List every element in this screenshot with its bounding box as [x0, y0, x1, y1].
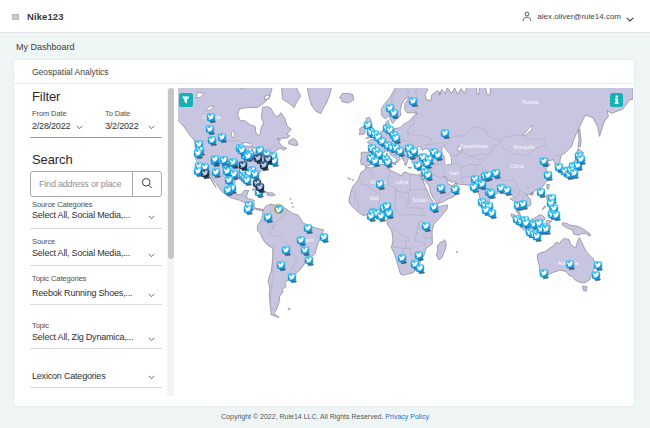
map-filter-button[interactable]	[179, 93, 193, 107]
card-header: Geospatial Analytics	[14, 60, 634, 84]
map-info-button[interactable]	[610, 93, 624, 107]
tweet-marker[interactable]	[223, 186, 232, 196]
tweet-marker[interactable]	[376, 212, 385, 222]
select-divider	[30, 265, 162, 266]
select-chevron-icon[interactable]	[148, 293, 156, 298]
tweet-marker[interactable]	[415, 264, 424, 274]
tweet-marker[interactable]	[502, 186, 511, 196]
country-label: Mongolia	[513, 144, 535, 150]
select-label: Topic Categories	[32, 274, 86, 283]
select-divider	[30, 228, 162, 229]
tweet-marker[interactable]	[370, 157, 379, 167]
country-label: Iran	[449, 170, 458, 176]
search-box[interactable]	[30, 171, 162, 197]
select-divider	[30, 304, 162, 305]
tweet-marker[interactable]	[487, 209, 496, 219]
filter-scrollbar[interactable]	[167, 88, 174, 396]
copyright-text: Copyright © 2022, Rule14 LLC, All Rights…	[221, 413, 383, 420]
user-email: alex.oliver@rule14.com	[537, 12, 621, 21]
select-value[interactable]: Select All, Social Media,...	[32, 210, 130, 220]
scrollbar-thumb[interactable]	[168, 88, 174, 259]
to-date-label: To Date	[105, 109, 130, 118]
tweet-marker[interactable]	[539, 269, 548, 279]
country-label: Libya	[395, 179, 408, 185]
filter-heading: Filter	[32, 89, 60, 104]
lexicon-chevron-icon[interactable]	[148, 375, 156, 380]
top-bar: Nike123 alex.oliver@rule14.com	[0, 0, 650, 33]
select-value[interactable]: Select All, Zig Dynamica,...	[32, 332, 133, 342]
select-chevron-icon[interactable]	[148, 215, 156, 220]
user-chevron-down-icon	[626, 8, 634, 26]
geospatial-dashboard: Nike123 alex.oliver@rule14.com My Dashbo…	[0, 0, 650, 428]
tweet-marker[interactable]	[593, 261, 602, 271]
tweet-marker[interactable]	[287, 273, 296, 283]
search-input[interactable]	[39, 173, 133, 195]
country-label: China	[510, 163, 524, 169]
tweet-marker[interactable]	[422, 159, 431, 169]
to-date-select[interactable]: 3/2/2022	[105, 121, 138, 131]
country-label: Kazakhstan	[460, 143, 488, 149]
footer: Copyright © 2022, Rule14 LLC, All Rights…	[0, 406, 650, 428]
tweet-marker[interactable]	[536, 188, 545, 198]
country-label: Russia	[521, 99, 537, 105]
select-label: Source	[32, 237, 55, 246]
country-label: Sudan	[412, 197, 427, 203]
filter-panel: Filter From Date To Date 2/28/2022 3/2/2…	[14, 85, 177, 405]
privacy-policy-link[interactable]: Privacy Policy	[385, 413, 429, 420]
tweet-marker[interactable]	[591, 271, 600, 281]
tweet-marker[interactable]	[551, 211, 560, 221]
select-chevron-icon[interactable]	[148, 253, 156, 258]
lexicon-categories-toggle[interactable]: Lexicon Categories	[32, 371, 105, 381]
tweet-marker-dark[interactable]	[200, 169, 209, 179]
from-date-chevron-icon[interactable]	[76, 125, 84, 130]
tweet-marker[interactable]	[469, 183, 478, 193]
geospatial-analytics-card: Geospatial Analytics Filter From Date To…	[14, 60, 634, 406]
select-divider	[30, 348, 162, 349]
select-value[interactable]: Reebok Running Shoes,...	[32, 288, 132, 298]
breadcrumb: My Dashboard	[16, 42, 75, 52]
country-label: Mali	[369, 195, 379, 201]
tweet-marker[interactable]	[243, 205, 252, 215]
card-title: Geospatial Analytics	[32, 67, 109, 77]
tweet-marker-selected[interactable]	[274, 204, 284, 214]
from-date-select[interactable]: 2/28/2022	[32, 121, 70, 131]
filter-divider	[30, 137, 162, 138]
tweet-marker[interactable]	[242, 176, 251, 186]
select-label: Source Categories	[32, 200, 92, 209]
select-value[interactable]: Select All, Social Media,...	[32, 248, 130, 258]
search-heading: Search	[32, 152, 73, 167]
user-icon	[522, 8, 532, 26]
tweet-marker[interactable]	[304, 256, 313, 266]
search-button[interactable]	[132, 172, 161, 196]
brand-name: Nike123	[27, 11, 64, 22]
tweet-marker[interactable]	[319, 233, 328, 243]
brand-logo-icon	[12, 14, 19, 20]
tweet-marker[interactable]	[384, 209, 393, 219]
map-canvas[interactable]: RussiaCanadaKazakhstanMongoliaChinaIranA…	[178, 88, 634, 396]
user-menu[interactable]: alex.oliver@rule14.com	[522, 0, 634, 33]
tweet-marker[interactable]	[193, 149, 202, 159]
to-date-chevron-icon[interactable]	[148, 125, 156, 130]
tweet-marker[interactable]	[366, 212, 375, 222]
lexicon-divider	[30, 387, 162, 388]
from-date-label: From Date	[32, 109, 67, 118]
select-chevron-icon[interactable]	[148, 337, 156, 342]
select-label: Topic	[32, 321, 49, 330]
tweet-marker[interactable]	[250, 170, 259, 180]
